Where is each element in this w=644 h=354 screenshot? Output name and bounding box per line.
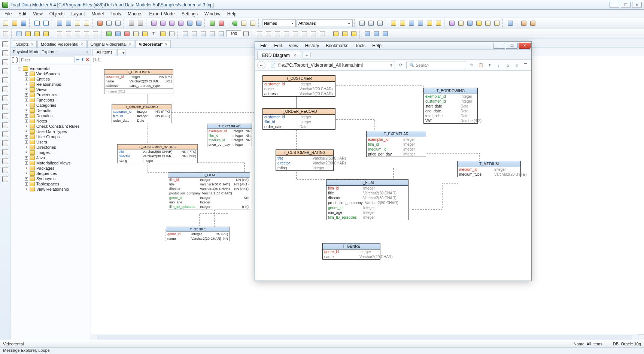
workspace-add-tab[interactable]: ＋ <box>117 49 125 56</box>
attrs-select[interactable]: Attributes <box>297 19 353 27</box>
tree-node[interactable]: +View Relationship <box>11 187 90 192</box>
fit-btn-2[interactable] <box>398 19 407 27</box>
nav-next-icon[interactable]: ⬆ <box>81 57 84 63</box>
macro-button[interactable] <box>249 19 257 27</box>
home-icon[interactable]: ⌂ <box>504 62 511 69</box>
tree-root[interactable]: -Videorental <box>11 66 90 71</box>
tree-node[interactable]: +Functions <box>11 97 90 103</box>
layer-btn-2[interactable] <box>457 19 465 27</box>
fit-btn-1[interactable] <box>389 19 398 27</box>
names-select[interactable]: Names <box>262 19 296 27</box>
menu-expert-mode[interactable]: Expert Mode <box>146 10 178 17</box>
shape-tool-3[interactable] <box>123 30 131 38</box>
report-entity-t_borrowing[interactable]: T_BORROWINGexemplar_idIntegercustomer_id… <box>423 88 478 124</box>
user-btn-1[interactable] <box>520 19 528 27</box>
button-b[interactable] <box>159 19 167 27</box>
report-content[interactable]: T_CUSTOMERcustomer_idIntegernameVarchar2… <box>255 71 531 281</box>
menu-macros[interactable]: Macros <box>125 10 145 17</box>
fit-btn-6[interactable] <box>434 19 443 27</box>
tbl-tool-3[interactable] <box>42 30 50 38</box>
entity-t_customer_rating[interactable]: T_CUSTOMER_RATINGtitleVarchar2(50 CHAR)N… <box>117 144 198 163</box>
browser-new-tab-button[interactable]: ＋ <box>303 52 311 58</box>
url-field[interactable]: 📄file:///C:/Report_Videorental_All Items… <box>268 61 395 69</box>
tab-close-icon[interactable]: × <box>31 42 33 46</box>
report-entity-t_exemplar[interactable]: T_EXEMPLARexemplar_idIntegerfilm_idInteg… <box>366 131 426 157</box>
cut-button[interactable] <box>96 19 104 27</box>
browser-minimize-button[interactable]: — <box>493 43 505 49</box>
align-3[interactable] <box>273 30 282 38</box>
search-field[interactable]: 🔍 Search <box>406 61 466 69</box>
chat-icon[interactable]: ☺ <box>513 62 520 69</box>
select-tool[interactable] <box>15 30 23 38</box>
entity-t_customer[interactable]: T_CUSTOMERcustomer_idIntegerNN (PK)nameV… <box>104 69 173 94</box>
play-button[interactable] <box>231 19 239 27</box>
gutter-icon[interactable] <box>2 131 8 137</box>
nav-prev-icon[interactable]: ⬅ <box>76 57 79 63</box>
browser-menu-file[interactable]: File <box>257 42 270 49</box>
zoom-input[interactable] <box>226 30 241 37</box>
text-tool[interactable]: T <box>150 30 158 38</box>
tree-node[interactable]: +Packages <box>11 166 90 171</box>
opt-1[interactable] <box>363 30 371 38</box>
doc-tab[interactable]: Original Videorental× <box>87 40 135 48</box>
menu-view[interactable]: View <box>30 10 46 17</box>
redo-button[interactable] <box>42 19 50 27</box>
menu-layout[interactable]: Layout <box>69 10 88 17</box>
align-4[interactable] <box>282 30 291 38</box>
shape-tool-1[interactable] <box>105 30 113 38</box>
report-entity-t_order_record[interactable]: T_ORDER_RECORDcustomer_idIntegerfilm_idI… <box>262 108 335 130</box>
remove-button[interactable] <box>217 19 225 27</box>
gutter-icon[interactable] <box>2 86 8 92</box>
entity-t_order_record[interactable]: T_ORDER_RECORDcustomer_idIntegerNN (PFK)… <box>112 104 171 123</box>
align-1[interactable] <box>255 30 264 38</box>
browser-menu-edit[interactable]: Edit <box>271 42 285 49</box>
gutter-icon[interactable] <box>2 59 8 65</box>
rel-tool-5[interactable] <box>91 30 100 38</box>
rel-tool-3[interactable] <box>73 30 82 38</box>
zoom-fit-button[interactable] <box>199 30 207 38</box>
entity-t_film[interactable]: T_FILMfilm_idIntegerNN (PK)titleVarchar2… <box>168 172 250 209</box>
minimize-button[interactable]: — <box>610 2 619 8</box>
hamburger-icon[interactable]: ☰ <box>522 62 529 69</box>
browser-menu-bookmarks[interactable]: Bookmarks <box>323 42 351 49</box>
doc-button[interactable] <box>82 19 91 27</box>
gutter-icon[interactable] <box>2 77 8 83</box>
view-btn-1[interactable] <box>358 19 366 27</box>
align-8[interactable] <box>318 30 326 38</box>
pocket-icon[interactable]: ▾ <box>486 62 493 69</box>
layer-btn-3[interactable] <box>466 19 474 27</box>
tree-node[interactable]: +Directories <box>11 145 90 150</box>
lock-button[interactable] <box>186 19 194 27</box>
clear-icon[interactable]: ✖ <box>86 57 89 63</box>
tree-node[interactable]: +Categories <box>11 103 90 108</box>
tree-node[interactable]: +Images <box>11 150 90 155</box>
zoom-in-button[interactable] <box>181 30 189 38</box>
filter-icon[interactable] <box>12 57 14 63</box>
tab-close-icon[interactable]: × <box>165 42 167 46</box>
rel-tool-4[interactable] <box>82 30 91 38</box>
tab-close-icon[interactable]: × <box>294 53 296 58</box>
tree-node[interactable]: +Synonyms <box>11 176 90 181</box>
help-btn[interactable] <box>506 19 514 27</box>
gutter-icon[interactable] <box>2 68 8 74</box>
align-2[interactable] <box>264 30 273 38</box>
gutter-icon[interactable] <box>2 41 8 47</box>
tree-node[interactable]: +Entities <box>11 76 90 82</box>
script-button[interactable] <box>240 19 248 27</box>
report-entity-t_medium[interactable]: T_MEDIUMmedium_idIntegermedium_typeVarch… <box>457 161 521 177</box>
db-connect-button[interactable] <box>55 19 64 27</box>
tab-close-icon[interactable]: × <box>129 42 131 46</box>
shape-tool-2[interactable] <box>114 30 122 38</box>
zoom-sel-button[interactable] <box>217 30 225 38</box>
browser-menu-help[interactable]: Help <box>369 42 385 49</box>
report-entity-t_genre[interactable]: T_GENREgenre_idIntegernameVarchar2(20 CH… <box>322 243 380 260</box>
fit-btn-5[interactable] <box>425 19 434 27</box>
browser-close-button[interactable]: ✕ <box>519 43 531 49</box>
tree-node[interactable]: +Java <box>11 155 90 160</box>
report-entity-t_film[interactable]: T_FILMfilm_idIntegertitleVarchar2(50 CHA… <box>326 179 408 220</box>
gutter-icon[interactable] <box>2 158 8 164</box>
paste-button[interactable] <box>114 19 122 27</box>
tree-node[interactable]: +Users <box>11 139 90 145</box>
open-button[interactable] <box>10 19 19 27</box>
star-icon[interactable]: ☆ <box>468 62 475 69</box>
